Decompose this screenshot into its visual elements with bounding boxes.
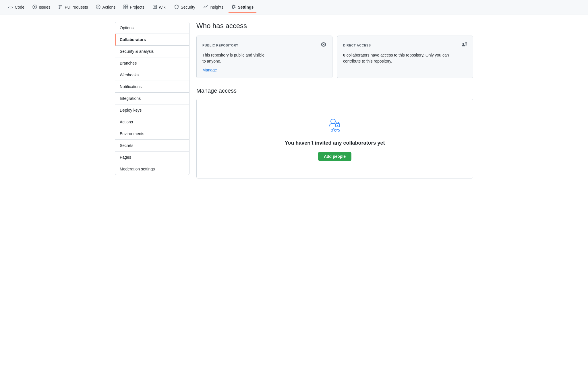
nav-code-label: Code [15, 5, 24, 9]
nav-issues-label: Issues [39, 5, 50, 9]
sidebar-item-pages[interactable]: Pages [115, 151, 189, 163]
nav-projects[interactable]: Projects [120, 2, 148, 13]
sidebar-item-moderation-settings[interactable]: Moderation settings [115, 163, 189, 175]
pull-requests-icon [58, 5, 63, 10]
issues-icon [32, 5, 37, 10]
collaborators-lock-icon [326, 130, 343, 134]
svg-rect-5 [126, 5, 128, 7]
nav-wiki[interactable]: Wiki [149, 2, 170, 13]
public-repository-card: PUBLIC REPOSITORY This repository is pub… [196, 36, 332, 78]
sidebar-item-webhooks[interactable]: Webhooks [115, 69, 189, 81]
security-icon [174, 5, 179, 10]
sidebar-item-options[interactable]: Options [115, 22, 189, 34]
nav-actions-label: Actions [102, 5, 115, 9]
svg-marker-3 [98, 6, 99, 8]
add-people-button[interactable]: Add people [318, 152, 351, 161]
svg-point-17 [333, 128, 334, 129]
nav-security[interactable]: Security [171, 2, 199, 13]
nav-pull-requests-label: Pull requests [65, 5, 88, 9]
manage-access-box: You haven't invited any collaborators ye… [196, 99, 473, 178]
nav-insights[interactable]: Insights [200, 2, 227, 13]
public-card-header: PUBLIC REPOSITORY [202, 42, 326, 49]
direct-access-card: DIRECT ACCESS 0 collaborators have acces… [337, 36, 473, 78]
svg-point-12 [334, 130, 336, 131]
nav-actions[interactable]: Actions [92, 2, 119, 13]
nav-settings[interactable]: Settings [228, 2, 257, 13]
nav-issues[interactable]: Issues [29, 2, 54, 13]
main-content: Who has access PUBLIC REPOSITORY This re… [196, 22, 473, 178]
manage-link[interactable]: Manage [202, 68, 326, 72]
svg-rect-4 [124, 5, 125, 7]
public-card-text: This repository is public and visible to… [202, 52, 326, 64]
public-card-label: PUBLIC REPOSITORY [202, 44, 238, 47]
insights-icon [203, 5, 208, 10]
wiki-icon [152, 5, 157, 10]
nav-projects-label: Projects [130, 5, 144, 9]
nav-settings-label: Settings [238, 5, 254, 9]
svg-point-13 [338, 130, 340, 131]
eye-icon [321, 42, 326, 49]
sidebar-item-branches[interactable]: Branches [115, 57, 189, 69]
sidebar-item-security-analysis[interactable]: Security & analysis [115, 46, 189, 57]
nav-wiki-label: Wiki [159, 5, 166, 9]
projects-icon [123, 5, 128, 10]
svg-rect-7 [126, 7, 128, 9]
sidebar-item-actions[interactable]: Actions [115, 116, 189, 128]
svg-rect-6 [124, 7, 125, 9]
sidebar-item-deploy-keys[interactable]: Deploy keys [115, 104, 189, 116]
people-icon [461, 42, 467, 49]
sidebar-item-notifications[interactable]: Notifications [115, 81, 189, 93]
sidebar-item-environments[interactable]: Environments [115, 128, 189, 140]
nav-code[interactable]: <> Code [5, 3, 28, 13]
svg-point-11 [331, 130, 333, 131]
sidebar-item-secrets[interactable]: Secrets [115, 140, 189, 151]
sidebar-item-integrations[interactable]: Integrations [115, 93, 189, 104]
direct-card-header: DIRECT ACCESS [343, 42, 467, 49]
sidebar-item-collaborators[interactable]: Collaborators [115, 34, 189, 46]
sidebar: Options Collaborators Security & analysi… [115, 22, 189, 175]
access-cards: PUBLIC REPOSITORY This repository is pub… [196, 36, 473, 78]
collab-icon-wrapper [326, 116, 343, 134]
nav-security-label: Security [181, 5, 195, 9]
code-icon: <> [8, 5, 13, 10]
svg-point-1 [34, 6, 36, 7]
empty-state-text: You haven't invited any collaborators ye… [285, 140, 385, 146]
settings-icon [231, 5, 236, 10]
svg-point-10 [337, 125, 338, 126]
page-title: Who has access [196, 22, 473, 30]
direct-card-text: 0 collaborators have access to this repo… [343, 52, 467, 64]
nav-insights-label: Insights [210, 5, 223, 9]
nav-pull-requests[interactable]: Pull requests [55, 2, 91, 13]
direct-card-label: DIRECT ACCESS [343, 44, 371, 47]
actions-icon [96, 5, 100, 10]
page-layout: Options Collaborators Security & analysi… [110, 15, 478, 185]
manage-access-title: Manage access [196, 88, 473, 94]
top-nav: <> Code Issues Pull requests Actions Pro… [0, 0, 588, 15]
